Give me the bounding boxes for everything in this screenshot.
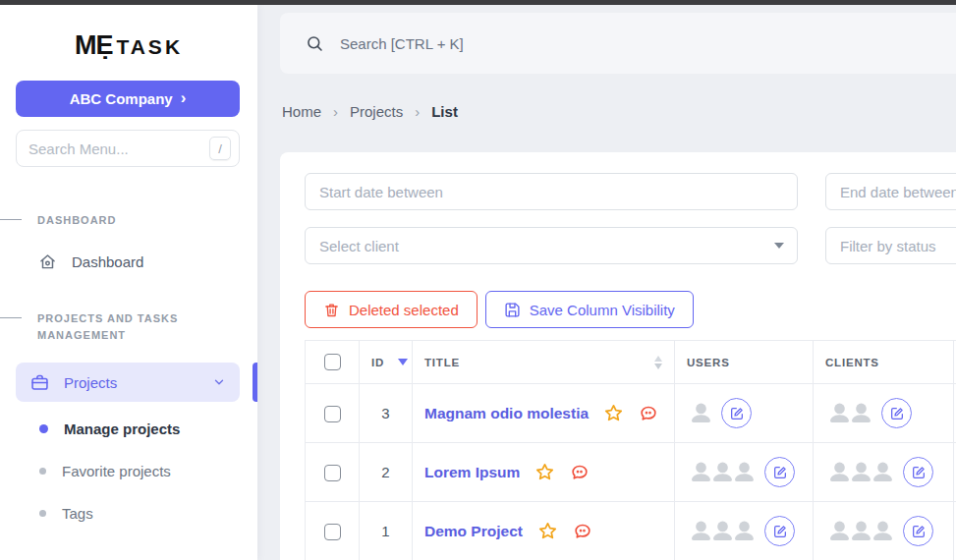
- edit-members-button[interactable]: [881, 398, 912, 428]
- global-search-bar: [280, 13, 956, 74]
- chevron-down-icon: [212, 375, 226, 389]
- workspace-label: ABC Company: [70, 90, 173, 107]
- project-title-link[interactable]: Demo Project: [424, 523, 523, 540]
- start-date-filter-input[interactable]: [305, 173, 798, 210]
- projects-nav-wrap: Projects: [0, 363, 257, 402]
- bullet-icon: [39, 510, 46, 517]
- select-all-checkbox[interactable]: [324, 354, 341, 370]
- delete-selected-button[interactable]: Deleted selected: [305, 291, 478, 328]
- column-header-clients[interactable]: CLIENTS: [814, 341, 954, 384]
- trash-icon: [323, 302, 340, 318]
- sidebar-item-dashboard[interactable]: Dashboard: [0, 252, 257, 272]
- user-avatar-icon: [687, 399, 715, 427]
- projects-list-card: Deleted selected Save Column Visibility …: [280, 152, 956, 560]
- table-actions: Deleted selected Save Column Visibility: [305, 291, 956, 328]
- workspace-button[interactable]: ABC Company ›: [16, 81, 240, 117]
- table-header-row: ID TITLE USERS CLIENTS: [306, 341, 956, 384]
- edit-members-button[interactable]: [764, 516, 795, 546]
- user-avatar-icon: [869, 517, 897, 545]
- edit-members-button[interactable]: [764, 457, 795, 487]
- section-title-dashboard: DASHBOARD: [0, 212, 257, 229]
- edit-members-button[interactable]: [721, 398, 752, 428]
- projects-table: ID TITLE USERS CLIENTS 3Magnam odio mole…: [305, 340, 956, 560]
- sidebar-subitem-manage-projects[interactable]: Manage projects: [0, 408, 257, 450]
- menu-search: /: [16, 130, 240, 167]
- breadcrumb-projects[interactable]: Projects: [350, 103, 403, 120]
- sort-desc-icon: [398, 359, 408, 365]
- sidebar-item-label: Dashboard: [72, 253, 143, 270]
- search-icon: [306, 34, 324, 53]
- menu-search-input[interactable]: [28, 140, 209, 157]
- app-logo[interactable]: MẸTASK: [0, 5, 257, 61]
- comments-icon[interactable]: [570, 463, 590, 482]
- global-search-input[interactable]: [340, 35, 947, 52]
- row-id: 3: [360, 384, 413, 443]
- filters-panel: [305, 173, 956, 264]
- main-content: Home › Projects › List Deleted selected: [257, 5, 956, 560]
- header-title-label: TITLE: [424, 357, 460, 368]
- table-body: 3Magnam odio molestia2Lorem Ipsum1Demo P…: [306, 384, 956, 560]
- active-indicator-bar: [253, 363, 257, 402]
- comments-icon[interactable]: [639, 404, 658, 423]
- sort-toggle-icon[interactable]: [654, 356, 662, 369]
- delete-selected-label: Deleted selected: [349, 302, 459, 318]
- sidebar-subitem-favorite-projects[interactable]: Favorite projects: [0, 450, 257, 492]
- top-accent-bar: [0, 0, 956, 5]
- end-date-filter-input[interactable]: [825, 173, 956, 210]
- row-id: 1: [360, 502, 413, 560]
- save-column-visibility-label: Save Column Visibility: [530, 302, 675, 318]
- breadcrumb: Home › Projects › List: [282, 103, 458, 120]
- breadcrumb-home[interactable]: Home: [282, 103, 321, 120]
- breadcrumb-separator: ›: [333, 103, 338, 120]
- row-id: 2: [360, 443, 413, 502]
- table-row: 1Demo Project: [306, 502, 956, 560]
- table-row: 3Magnam odio molestia: [306, 384, 956, 443]
- sidebar-item-label: Projects: [64, 374, 198, 391]
- status-filter-input[interactable]: [825, 227, 956, 264]
- comments-icon[interactable]: [573, 522, 592, 541]
- slash-shortcut-key: /: [209, 137, 231, 160]
- home-icon: [37, 252, 58, 272]
- chevron-right-icon: ›: [181, 89, 187, 106]
- header-clients-label: CLIENTS: [825, 357, 879, 368]
- projects-subnav: Manage projects Favorite projects Tags: [0, 408, 257, 534]
- user-avatar-icon: [869, 458, 897, 486]
- client-filter-input[interactable]: [305, 227, 798, 264]
- section-title-projects: PROJECTS AND TASKS MANAGEMENT: [0, 310, 257, 344]
- favorite-star-icon[interactable]: [537, 521, 558, 541]
- sidebar-item-projects[interactable]: Projects: [16, 363, 240, 402]
- favorite-star-icon[interactable]: [603, 403, 624, 423]
- client-filter-select[interactable]: [305, 227, 798, 264]
- header-id-label: ID: [371, 357, 384, 368]
- row-checkbox[interactable]: [324, 465, 341, 481]
- column-header-users[interactable]: USERS: [675, 341, 814, 384]
- header-users-label: USERS: [687, 357, 730, 368]
- breadcrumb-list: List: [431, 103, 458, 120]
- user-avatar-icon: [847, 399, 875, 427]
- subitem-label: Tags: [62, 505, 93, 522]
- subitem-label: Manage projects: [64, 420, 180, 437]
- user-avatar-icon: [730, 517, 759, 545]
- bullet-icon: [39, 424, 48, 433]
- logo-text-secondary: TASK: [116, 35, 183, 58]
- save-column-visibility-button[interactable]: Save Column Visibility: [485, 291, 694, 328]
- breadcrumb-separator: ›: [415, 103, 420, 120]
- user-avatar-icon: [730, 458, 759, 486]
- sidebar: MẸTASK ABC Company › / DASHBOARD Dashboa…: [0, 5, 257, 560]
- row-checkbox[interactable]: [324, 406, 341, 422]
- briefcase-icon: [29, 372, 50, 393]
- sidebar-subitem-tags[interactable]: Tags: [0, 492, 257, 534]
- project-title-link[interactable]: Magnam odio molestia: [424, 405, 589, 422]
- subitem-label: Favorite projects: [62, 463, 171, 479]
- edit-members-button[interactable]: [903, 516, 933, 546]
- logo-text-primary: MẸ: [75, 30, 113, 60]
- table-row: 2Lorem Ipsum: [306, 443, 956, 502]
- bullet-icon: [39, 468, 46, 475]
- column-header-title[interactable]: TITLE: [413, 341, 675, 384]
- favorite-star-icon[interactable]: [534, 462, 555, 482]
- edit-members-button[interactable]: [903, 457, 933, 487]
- save-icon: [504, 302, 521, 318]
- row-checkbox[interactable]: [324, 524, 341, 540]
- column-header-id[interactable]: ID: [360, 341, 413, 384]
- project-title-link[interactable]: Lorem Ipsum: [424, 464, 520, 481]
